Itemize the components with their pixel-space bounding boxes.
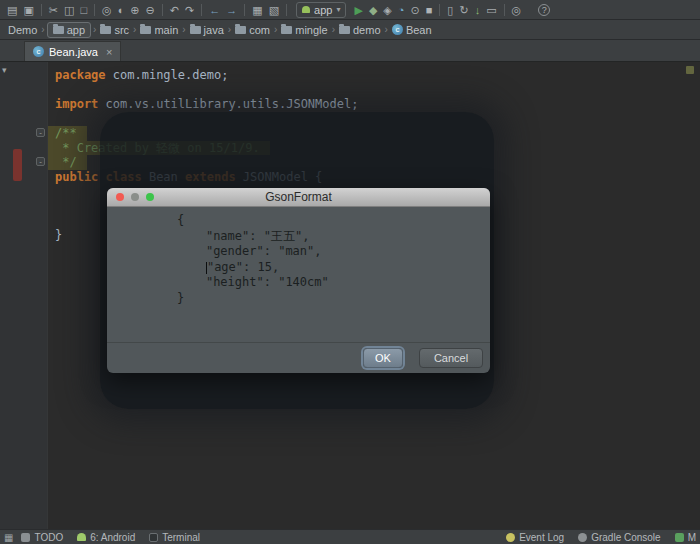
toolwindow-toggle-icon[interactable]: ▦ [4, 532, 13, 543]
find-icon[interactable]: ◎ [99, 1, 115, 19]
statusbar-item-todo[interactable]: TODO [21, 532, 63, 543]
breadcrumb-separator: › [91, 24, 98, 35]
statusbar-item-android[interactable]: 6: Android [77, 532, 135, 543]
gsonformat-dialog: GsonFormat { "name": "王五", "gender": "ma… [107, 188, 490, 373]
tab-bean-java[interactable]: c Bean.java × [24, 41, 121, 61]
breadcrumb-item-demo[interactable]: demo [337, 24, 383, 36]
layout-icon[interactable]: ▦ [249, 1, 265, 19]
breadcrumb-item-src[interactable]: src [98, 24, 131, 36]
paste-icon[interactable]: □ [77, 1, 90, 19]
replace-icon[interactable]: ◐ [115, 1, 128, 19]
cancel-button[interactable]: Cancel [419, 348, 483, 368]
forward-icon[interactable]: → [223, 1, 240, 19]
attach-icon[interactable]: ⊙ [407, 1, 422, 19]
dialog-titlebar[interactable]: GsonFormat [107, 188, 490, 207]
sync-icon[interactable]: ↻ [456, 1, 471, 19]
run-config-selector[interactable]: app▾ [296, 2, 346, 18]
breadcrumb: Demo›app›src›main›java›com›mingle›demo›c… [0, 20, 700, 40]
folder-icon [100, 26, 111, 34]
breadcrumb-item-app[interactable]: app [47, 22, 91, 38]
json-line: { [177, 213, 482, 229]
back-icon[interactable]: ← [206, 1, 223, 19]
statusbar-label: M [688, 532, 696, 543]
breadcrumb-label: Demo [8, 24, 37, 36]
toolbar-separator [201, 4, 202, 16]
hide-windows-icon[interactable]: ▧ [266, 1, 282, 19]
statusbar-label: Event Log [519, 532, 564, 543]
profiler-icon[interactable]: ◔ [395, 1, 408, 19]
breadcrumb-separator: › [131, 24, 138, 35]
zoom-out-icon[interactable]: ⊖ [143, 1, 158, 19]
breadcrumb-label: app [67, 24, 85, 36]
breadcrumb-item-bean[interactable]: cBean [390, 24, 434, 36]
search-everywhere-icon[interactable]: ◎ [509, 1, 525, 19]
dialog-title: GsonFormat [107, 190, 490, 204]
ok-button[interactable]: OK [363, 348, 403, 368]
open-project-icon[interactable]: ▤ [4, 1, 20, 19]
sdk-manager-icon[interactable]: ↓ [472, 1, 484, 19]
breadcrumb-item-mingle[interactable]: mingle [279, 24, 329, 36]
editor-tabbar: c Bean.java × [0, 40, 700, 62]
redo-icon[interactable]: ↷ [182, 1, 197, 19]
coverage-icon[interactable]: ◈ [380, 1, 394, 19]
breadcrumb-label: main [154, 24, 178, 36]
folder-icon [190, 26, 201, 34]
folder-icon [281, 26, 292, 34]
close-window-icon[interactable] [116, 193, 124, 201]
breadcrumb-label: Bean [406, 24, 432, 36]
android-icon [77, 533, 86, 541]
chevron-down-icon[interactable]: ▾ [2, 65, 7, 75]
json-input-area[interactable]: { "name": "王五", "gender": "man", "age": … [107, 207, 490, 342]
chevron-down-icon: ▾ [336, 5, 340, 14]
main-toolbar: ▤▣✂◫□◎◐⊕⊖↶↷←→▦▧app▾▶◆◈◔⊙■▯↻↓▭◎? [0, 0, 700, 20]
breadcrumb-item-demo[interactable]: Demo [6, 24, 39, 36]
close-tab-icon[interactable]: × [106, 46, 112, 58]
statusbar-item-eventlog[interactable]: Event Log [506, 532, 564, 543]
zoom-in-icon[interactable]: ⊕ [127, 1, 142, 19]
stop-icon[interactable]: ■ [423, 1, 436, 19]
folder-icon [339, 26, 350, 34]
dialog-shadow: GsonFormat { "name": "王五", "gender": "ma… [100, 112, 494, 409]
device-icon[interactable]: ▯ [444, 1, 456, 19]
fold-marker-icon[interactable]: - [36, 128, 45, 137]
breadcrumb-label: src [114, 24, 129, 36]
todo-icon [21, 533, 30, 542]
breadcrumb-separator: › [226, 24, 233, 35]
breadcrumb-item-java[interactable]: java [188, 24, 226, 36]
json-line: "age": 15, [177, 260, 482, 276]
run-icon[interactable]: ▶ [351, 1, 365, 19]
code-line: package com.mingle.demo; [55, 68, 700, 83]
minimize-window-icon[interactable] [131, 193, 139, 201]
avd-manager-icon[interactable]: ▭ [483, 1, 499, 19]
class-icon: c [33, 46, 44, 57]
terminal-icon [149, 533, 158, 542]
text-caret [206, 262, 207, 274]
debug-icon[interactable]: ◆ [366, 1, 380, 19]
inspection-indicator-icon[interactable] [686, 66, 694, 74]
breadcrumb-item-main[interactable]: main [138, 24, 180, 36]
toolbar-separator [94, 4, 95, 16]
statusbar-label: 6: Android [90, 532, 135, 543]
statusbar-item-gradle[interactable]: Gradle Console [578, 532, 660, 543]
code-line: import com.vs.utilLibrary.utils.JSONMode… [55, 97, 700, 112]
class-icon: c [392, 24, 403, 35]
json-line: } [177, 291, 482, 307]
toolbar-separator [504, 4, 505, 16]
run-config-label: app [314, 4, 332, 16]
breadcrumb-separator: › [383, 24, 390, 35]
breadcrumb-item-com[interactable]: com [233, 24, 272, 36]
statusbar-item-terminal[interactable]: Terminal [149, 532, 200, 543]
toolbar-separator [244, 4, 245, 16]
cut-icon[interactable]: ✂ [46, 1, 61, 19]
copy-icon[interactable]: ◫ [61, 1, 77, 19]
zoom-window-icon[interactable] [146, 193, 154, 201]
json-line: "height": "140cm" [177, 275, 482, 291]
help-icon[interactable]: ? [538, 4, 550, 16]
toolbar-separator [439, 4, 440, 16]
code-line: */ [48, 155, 87, 170]
save-all-icon[interactable]: ▣ [20, 1, 36, 19]
statusbar-item-memory[interactable]: M [675, 532, 696, 543]
statusbar-label: Terminal [162, 532, 200, 543]
fold-marker-icon[interactable]: - [36, 157, 45, 166]
undo-icon[interactable]: ↶ [167, 1, 182, 19]
